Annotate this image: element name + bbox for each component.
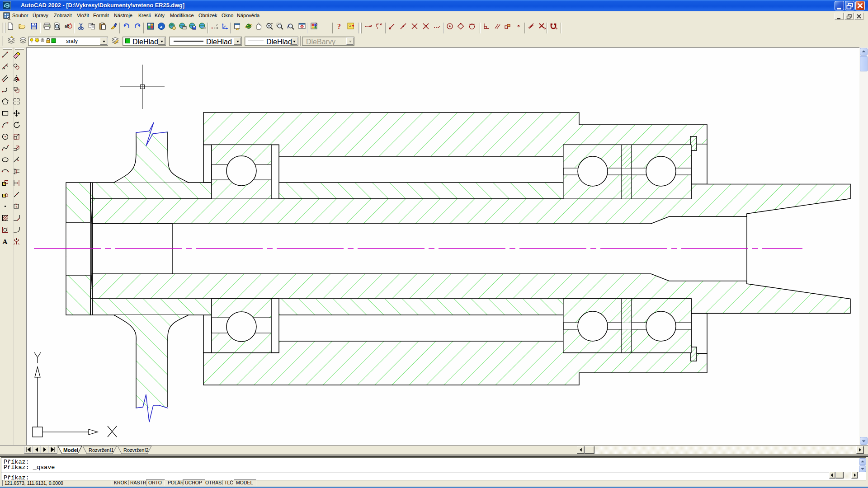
svg-text:Rozvržení1: Rozvržení1 — [89, 447, 114, 453]
svg-text:?: ? — [337, 23, 341, 30]
svg-text:a: a — [160, 23, 163, 29]
svg-text:Model: Model — [63, 447, 78, 453]
svg-text:A: A — [3, 238, 8, 245]
svg-text:Rozvržení2: Rozvržení2 — [123, 447, 149, 453]
